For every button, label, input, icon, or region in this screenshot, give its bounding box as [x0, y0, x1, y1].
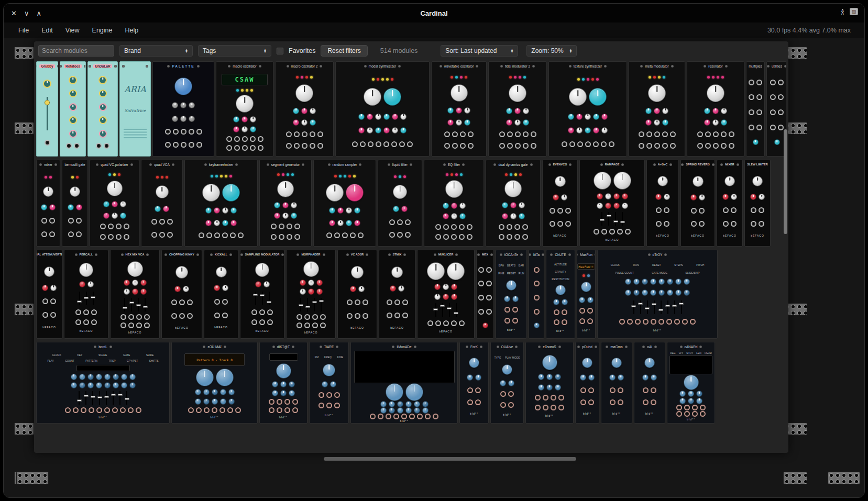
- module-stmix[interactable]: STMIXbEFACO: [379, 250, 415, 339]
- module-oai[interactable]: oAibId°°: [634, 342, 665, 424]
- module-magma[interactable]: maGmabId°°: [601, 342, 632, 424]
- horizontal-scrollbar[interactable]: [324, 457, 576, 461]
- knob: [112, 201, 118, 207]
- vertical-scrollbar[interactable]: [784, 129, 787, 234]
- module-body: bEFACO: [745, 168, 770, 246]
- control-row: [594, 172, 631, 190]
- module-spring-reverb[interactable]: SPRING REVERBbEFACO: [680, 160, 715, 247]
- module-keyframer-mixer[interactable]: keyframer/mixer: [184, 160, 258, 247]
- module-title-bar: dTrOY: [598, 250, 717, 258]
- module-maxfun[interactable]: MaxFunMaxFun!!bId°°: [577, 250, 596, 339]
- led-icon: [577, 78, 580, 81]
- module-fork[interactable]: ForKbId°°: [459, 342, 489, 424]
- menu-edit[interactable]: Edit: [36, 25, 58, 36]
- module-hex-mix-vca[interactable]: HEX MIX VCAbEFACO: [110, 250, 160, 339]
- module-rotatoes[interactable]: Rotatoes: [60, 61, 86, 157]
- module-title: keyframer/mixer: [209, 163, 234, 166]
- search-input[interactable]: [38, 45, 114, 57]
- module-kickall[interactable]: KICKALLbEFACO: [204, 250, 238, 339]
- favorites-checkbox[interactable]: [277, 48, 283, 54]
- jack: [222, 232, 228, 238]
- module-percall[interactable]: PERCALLbEFACO: [64, 250, 108, 339]
- module-canard[interactable]: cANARdRECO/TSTRTLENREADbId°°: [667, 342, 715, 424]
- knob: [605, 193, 611, 199]
- control-row: [45, 140, 50, 146]
- module-chopping-kinky[interactable]: CHOPPING KINKYbEFACO: [161, 250, 202, 339]
- slider-handle: [84, 395, 89, 397]
- knob: [69, 116, 77, 124]
- slider: [253, 292, 258, 305]
- tags-dropdown[interactable]: Tags▲▼: [198, 45, 271, 57]
- module-macro-oscillator[interactable]: macro oscillatorCSAW: [216, 61, 273, 157]
- knob: [568, 114, 574, 120]
- jack: [120, 314, 126, 320]
- knob: [203, 389, 210, 395]
- module-sampling-modulator[interactable]: SAMPLING MODULATORbEFACO: [240, 250, 284, 339]
- module-aria-salvatrice[interactable]: ARIASalvatrice: [119, 61, 151, 157]
- module-pouhd[interactable]: pOuhdbId°°: [575, 342, 599, 424]
- module-mixer[interactable]: mixer: [36, 160, 60, 247]
- module-texture-synthesizer[interactable]: texture synthesizer: [548, 61, 627, 157]
- zoom-dropdown[interactable]: Zoom: 50%▲▼: [526, 45, 577, 57]
- module-palette[interactable]: PALETTE: [152, 61, 214, 157]
- module-quad-vc-polarizer[interactable]: quad VC-polarizer: [90, 160, 139, 247]
- module-mex[interactable]: MEX: [476, 250, 494, 339]
- module-segment-generator[interactable]: segment generator: [259, 160, 312, 247]
- module-eq-filter[interactable]: EQ filter: [424, 160, 484, 247]
- reset-filters-button[interactable]: Reset filters: [321, 45, 367, 57]
- module-tocante[interactable]: tOCAnTeBPHBEATSBARFINERESETRUNbId°°: [496, 250, 527, 339]
- module-grubby[interactable]: Grubby: [36, 61, 58, 157]
- double-chevron-up-icon[interactable]: ∧∧: [841, 9, 844, 14]
- module-meta-modulator[interactable]: meta modulator: [629, 61, 685, 157]
- brand-dropdown[interactable]: Brand▲▼: [119, 45, 193, 57]
- module-dual-attenuverter[interactable]: DUAL ATTENUVERTERbEFACO: [36, 250, 62, 339]
- knob: [642, 374, 649, 381]
- module-chute[interactable]: ChUTEALTITUDEGRAVITYRESTITUTIONbId°°: [546, 250, 575, 339]
- module-rampage[interactable]: RAMPAGEbEFACO: [579, 160, 645, 247]
- module-slew-limiter[interactable]: SLEW LIMITERbEFACO: [744, 160, 771, 247]
- module-edsaros[interactable]: eDsaroSbId°°: [525, 342, 574, 424]
- module-dtroy[interactable]: dTrOYCLOCKRUNRESETSTEPSPITCHPULSE COUNTG…: [597, 250, 718, 339]
- knob: [346, 184, 364, 202]
- module-multiples[interactable]: multiples: [746, 61, 765, 157]
- module-evenvco[interactable]: evenVCObEFACO: [542, 160, 578, 247]
- module-dual-dynamics-gate[interactable]: dual dynamics gate: [486, 160, 541, 247]
- module-random-sampler[interactable]: random sampler: [313, 160, 376, 247]
- screenshot-icon[interactable]: ▨: [850, 8, 858, 15]
- module-limonade[interactable]: liMonADebId°°: [350, 342, 458, 424]
- module-undular[interactable]: UnDuLaR: [87, 61, 118, 157]
- menu-file[interactable]: File: [13, 25, 34, 36]
- module-resonator[interactable]: resonator: [687, 61, 744, 157]
- module-dikt-t[interactable]: dIKT@TbId°°: [259, 342, 307, 424]
- module-modal-synthesizer[interactable]: modal synthesizer: [335, 61, 430, 157]
- slider[interactable]: [45, 97, 50, 130]
- module-vc-adsr[interactable]: VC ADSRbEFACO: [337, 250, 377, 339]
- led-icon: [519, 173, 522, 176]
- knob: [113, 382, 119, 388]
- module-lata[interactable]: lATa: [529, 250, 544, 339]
- module-liquid-filter[interactable]: liquid filter: [378, 160, 422, 247]
- sort-dropdown[interactable]: Sort: Last updated▲▼: [441, 45, 518, 57]
- module-muxlicer[interactable]: MUXLICERbEFACO: [417, 250, 475, 339]
- module-wavetable-oscillator[interactable]: wavetable oscillator: [431, 61, 487, 157]
- module-tidal-modulator-2[interactable]: tidal modulator 2: [488, 61, 547, 157]
- jack: [334, 403, 340, 408]
- module-tiare[interactable]: TiAREFMFREQFINEbId°°: [309, 342, 349, 424]
- jack: [674, 319, 680, 325]
- module-a-b-c[interactable]: A+B+CbEFACO: [646, 160, 679, 247]
- module-zo-ma[interactable]: zOÙ MAÏPattern 0 - Track 0bId°°: [171, 342, 258, 424]
- menu-help[interactable]: Help: [120, 25, 144, 36]
- module-ouaive[interactable]: OUAIveTYPEPLAY MODEbId°°: [490, 342, 524, 424]
- jack: [654, 143, 660, 149]
- knob: [174, 77, 192, 95]
- control-row: [535, 405, 564, 410]
- module-morphader[interactable]: MORPHADERbEFACO: [286, 250, 336, 339]
- menu-engine[interactable]: Engine: [87, 25, 118, 36]
- module-mixer[interactable]: MIXERbEFACO: [717, 160, 743, 247]
- menu-view[interactable]: View: [60, 25, 85, 36]
- module-macro-oscillator-2[interactable]: macro oscillator 2: [275, 61, 334, 157]
- module-title: ForK: [470, 345, 478, 349]
- module-bernoulli-gate[interactable]: bernoulli gate: [62, 160, 88, 247]
- module-quad-vca[interactable]: quad VCA: [141, 160, 183, 247]
- module-bordl[interactable]: bordLCLOCKKEYSCALEGATESLIDEPLAYCOUNTPATT…: [36, 342, 170, 424]
